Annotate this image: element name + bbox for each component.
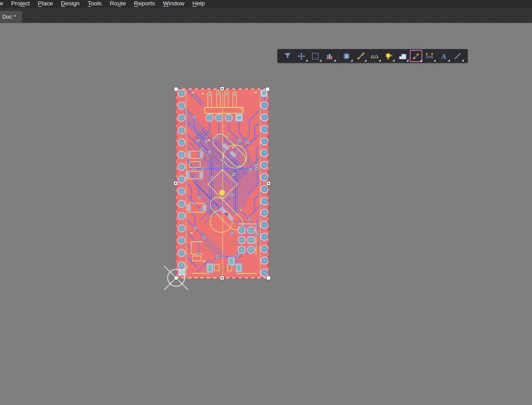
svg-text:10: 10 xyxy=(428,54,432,58)
active-toolbar: 10 A xyxy=(277,49,468,63)
dropdown-arrow-icon[interactable] xyxy=(433,59,436,62)
selection-rectangle-icon xyxy=(311,52,320,61)
menu-item-reports[interactable]: Reports xyxy=(134,0,155,7)
select-area-tool-button[interactable] xyxy=(309,50,322,62)
via-icon xyxy=(384,52,393,61)
pads-bars-icon xyxy=(325,52,334,61)
menu-item-place[interactable]: Place xyxy=(38,0,53,7)
polygon-pour-tool-button[interactable] xyxy=(396,50,409,62)
dropdown-arrow-icon[interactable] xyxy=(379,59,381,62)
text-string-icon: A xyxy=(439,52,448,61)
menu-item-window[interactable]: Window xyxy=(163,0,184,7)
menu-item-view-partial[interactable]: w xyxy=(0,0,3,7)
menubar: w Project Place Design Tools Route Repor… xyxy=(0,0,532,8)
svg-text:A: A xyxy=(441,52,446,60)
dropdown-arrow-icon[interactable] xyxy=(462,59,464,62)
interactive-route-tool-button[interactable] xyxy=(354,50,367,62)
document-tab[interactable]: Doc * xyxy=(0,11,22,23)
menu-item-help[interactable]: Help xyxy=(192,0,205,7)
component-chip-icon xyxy=(342,52,351,61)
pcb-board[interactable] xyxy=(164,85,275,293)
line-icon xyxy=(453,52,462,61)
measure-distance-tool-button[interactable] xyxy=(410,50,422,62)
pcb-editor-window: { "menubar": { "items": [ { "label": "w"… xyxy=(0,0,532,405)
filter-funnel-icon xyxy=(283,52,292,61)
dropdown-arrow-icon[interactable] xyxy=(364,59,367,62)
dropdown-arrow-icon[interactable] xyxy=(334,59,336,62)
dropdown-arrow-icon[interactable] xyxy=(448,59,450,62)
pcb-canvas[interactable]: 10 A xyxy=(0,24,532,405)
menu-item-route[interactable]: Route xyxy=(110,0,126,7)
toolbar-separator xyxy=(338,51,338,61)
via-tool-button[interactable] xyxy=(382,50,395,62)
menu-item-tools[interactable]: Tools xyxy=(88,0,102,7)
crosshair-icon xyxy=(297,52,306,61)
handle-top-right[interactable] xyxy=(266,87,270,91)
dropdown-arrow-icon[interactable] xyxy=(392,59,395,62)
dropdown-arrow-icon[interactable] xyxy=(420,59,422,62)
dimension-icon: 10 xyxy=(425,52,434,61)
dimension-tool-button[interactable]: 10 xyxy=(423,50,436,62)
text-string-tool-button[interactable]: A xyxy=(437,50,450,62)
menu-item-project[interactable]: Project xyxy=(11,0,30,7)
document-tabbar: Doc * xyxy=(0,8,532,23)
tuning-squiggle-icon xyxy=(370,52,379,61)
polygon-pour-icon xyxy=(398,52,407,61)
menu-item-design[interactable]: Design xyxy=(61,0,80,7)
line-tool-button[interactable] xyxy=(451,50,464,62)
menu-label: w xyxy=(0,0,3,7)
dropdown-arrow-icon[interactable] xyxy=(319,59,322,62)
interactive-route-icon xyxy=(356,52,365,61)
dropdown-arrow-icon[interactable] xyxy=(351,59,353,62)
place-component-tool-button[interactable] xyxy=(340,50,353,62)
handle-bottom-left[interactable] xyxy=(174,276,178,280)
length-tuning-tool-button[interactable] xyxy=(368,50,381,62)
handle-top-left[interactable] xyxy=(174,87,178,91)
pads-tool-button[interactable] xyxy=(323,50,336,62)
handle-bottom-right[interactable] xyxy=(267,276,271,280)
crosshair-tool-button[interactable] xyxy=(295,50,308,62)
dropdown-arrow-icon[interactable] xyxy=(406,59,408,62)
dropdown-arrow-icon[interactable] xyxy=(305,59,308,62)
filter-tool-button[interactable] xyxy=(281,50,294,62)
board-origin-marker xyxy=(219,190,225,196)
